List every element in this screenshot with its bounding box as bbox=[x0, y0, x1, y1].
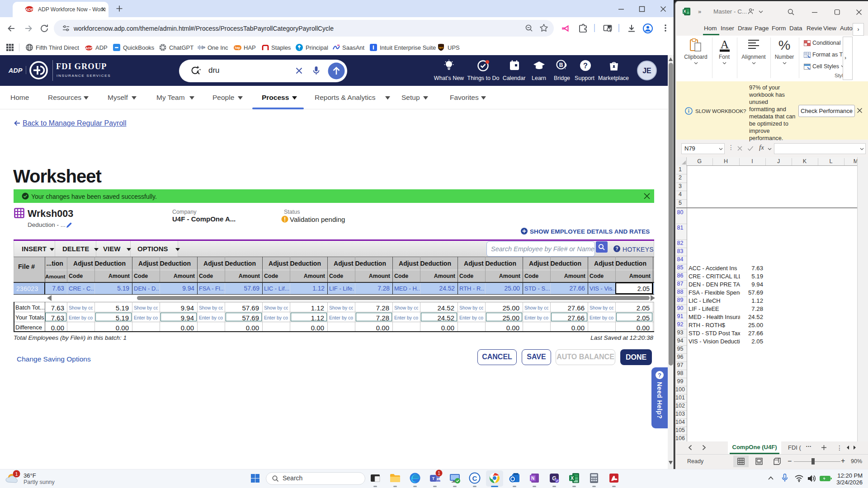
svg-text:hap: hap bbox=[235, 46, 241, 50]
svg-text:N: N bbox=[531, 476, 534, 481]
svg-text:X: X bbox=[684, 9, 686, 14]
svg-text:T: T bbox=[432, 476, 435, 481]
svg-text:A: A bbox=[721, 38, 729, 51]
svg-text:ADP: ADP bbox=[85, 46, 93, 50]
svg-text:?: ? bbox=[658, 372, 661, 379]
svg-text:ADP: ADP bbox=[8, 67, 23, 74]
svg-text:1: 1 bbox=[15, 471, 18, 477]
svg-text:X: X bbox=[571, 475, 574, 481]
svg-text:ups: ups bbox=[439, 46, 443, 49]
svg-text:?: ? bbox=[615, 246, 618, 251]
svg-text:C: C bbox=[472, 474, 477, 482]
svg-text:ADP: ADP bbox=[25, 7, 34, 12]
svg-text:B: B bbox=[559, 62, 563, 68]
svg-text:%: % bbox=[778, 38, 791, 52]
svg-text:1: 1 bbox=[438, 471, 440, 476]
svg-text:?: ? bbox=[583, 62, 588, 70]
